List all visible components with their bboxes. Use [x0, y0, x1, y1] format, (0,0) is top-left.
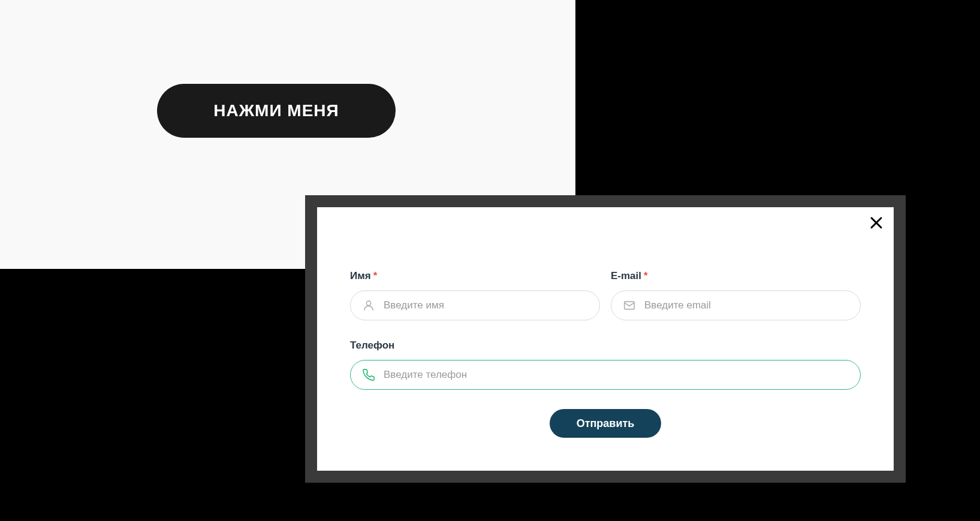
- email-input-wrapper: [611, 290, 861, 320]
- phone-icon: [362, 368, 375, 381]
- phone-field-group: Телефон: [350, 340, 861, 390]
- phone-label: Телефон: [350, 340, 861, 352]
- submit-wrapper: Отправить: [350, 409, 861, 438]
- email-input[interactable]: [611, 290, 861, 320]
- required-asterisk: *: [373, 270, 378, 281]
- phone-input-wrapper: [350, 360, 861, 390]
- close-icon[interactable]: [868, 214, 885, 231]
- email-field-group: E-mail*: [611, 270, 861, 320]
- name-field-group: Имя*: [350, 270, 600, 320]
- envelope-icon: [623, 299, 636, 312]
- press-me-button[interactable]: НАЖМИ МЕНЯ: [157, 84, 396, 138]
- form-row-1: Имя* E-mail*: [350, 270, 861, 320]
- phone-input[interactable]: [350, 360, 861, 390]
- modal-content: Имя* E-mail*: [317, 207, 894, 471]
- submit-button[interactable]: Отправить: [550, 409, 662, 438]
- name-input[interactable]: [350, 290, 600, 320]
- modal-wrapper: Имя* E-mail*: [305, 195, 906, 483]
- email-label: E-mail*: [611, 270, 861, 282]
- user-icon: [362, 299, 375, 312]
- name-label: Имя*: [350, 270, 600, 282]
- svg-point-2: [366, 301, 370, 305]
- name-input-wrapper: [350, 290, 600, 320]
- required-asterisk: *: [644, 270, 648, 281]
